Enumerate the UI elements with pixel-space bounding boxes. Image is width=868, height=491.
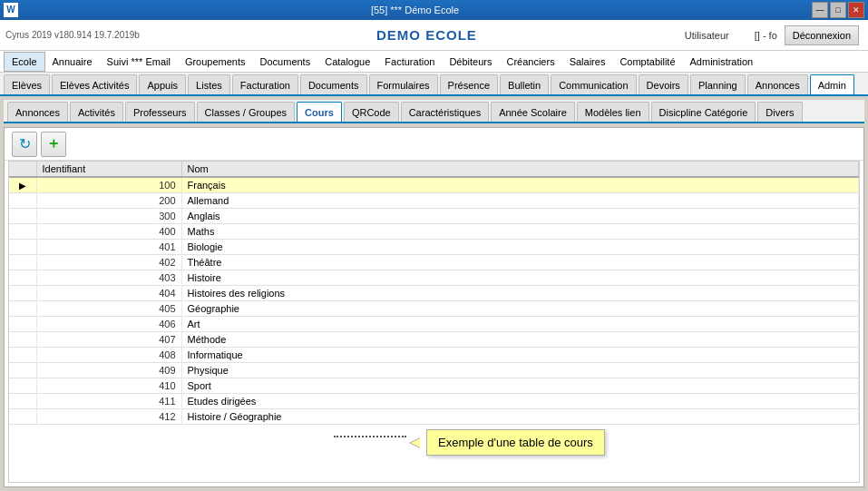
table-row[interactable]: ▶100Français [9, 177, 859, 193]
close-button[interactable]: ✕ [848, 2, 864, 18]
tab1-appuis[interactable]: Appuis [139, 74, 186, 94]
tab1-listes[interactable]: Listes [188, 74, 230, 94]
tab1-facturation[interactable]: Facturation [232, 74, 298, 94]
menu-item-ecole[interactable]: Ecole [4, 52, 45, 72]
cell-id: 407 [36, 332, 181, 348]
refresh-button[interactable]: ↻ [12, 132, 37, 157]
data-table: Identifiant Nom ▶100Français200Allemand3… [9, 162, 859, 425]
cell-nom: Informatique [181, 348, 859, 363]
table-row[interactable]: 412Histoire / Géographie [9, 409, 859, 425]
tab2-qrcode[interactable]: QRCode [344, 102, 399, 122]
tab1-formulaires[interactable]: Formulaires [369, 74, 438, 94]
table-row[interactable]: 200Allemand [9, 193, 859, 209]
header-bar: Cyrus 2019 v180.914 19.7.2019b DEMO ECOL… [0, 20, 868, 51]
tab1-elèves-activités[interactable]: Elèves Activités [52, 74, 137, 94]
user-label: Utilisateur [685, 30, 729, 41]
tooltip-line [334, 436, 406, 437]
cell-nom: Géographie [181, 301, 859, 317]
cell-nom: Histoires des religions [181, 286, 859, 301]
tab2-classes-/-groupes[interactable]: Classes / Groupes [197, 102, 295, 122]
cell-nom: Physique [181, 363, 859, 378]
table-row[interactable]: 409Physique [9, 363, 859, 378]
add-button[interactable]: ＋ [41, 132, 66, 157]
window-controls: — □ ✕ [812, 2, 864, 18]
tab1-admin[interactable]: Admin [810, 74, 854, 94]
tab1-présence[interactable]: Présence [440, 74, 498, 94]
tooltip-box: Exemple d'une table de cours [426, 429, 605, 456]
menu-item-groupements[interactable]: Groupements [178, 52, 253, 72]
tooltip-arrow [409, 437, 420, 448]
menu-item-salaires[interactable]: Salaires [562, 52, 613, 72]
table-row[interactable]: 402Théâtre [9, 255, 859, 270]
tab1-annonces[interactable]: Annonces [747, 74, 808, 94]
table-row[interactable]: 406Art [9, 317, 859, 332]
cell-id: 200 [36, 193, 181, 209]
tab1-planning[interactable]: Planning [690, 74, 746, 94]
tab2-année-scolaire[interactable]: Année Scolaire [491, 102, 575, 122]
tab2-divers[interactable]: Divers [757, 102, 802, 122]
table-row[interactable]: 410Sport [9, 378, 859, 394]
table-row[interactable]: 407Méthode [9, 332, 859, 348]
table-row[interactable]: 408Informatique [9, 348, 859, 363]
tab1-elèves[interactable]: Elèves [4, 74, 50, 94]
col-header-nom: Nom [181, 162, 859, 177]
minimize-button[interactable]: — [812, 2, 828, 18]
cell-id: 409 [36, 363, 181, 378]
cell-nom: Etudes dirigées [181, 394, 859, 409]
tab2-annonces[interactable]: Annonces [7, 102, 68, 122]
table-container[interactable]: Identifiant Nom ▶100Français200Allemand3… [8, 161, 860, 483]
cell-id: 403 [36, 270, 181, 286]
menu-item-annuaire[interactable]: Annuaire [45, 52, 100, 72]
table-row[interactable]: 403Histoire [9, 270, 859, 286]
cell-nom: Histoire / Géographie [181, 409, 859, 425]
cell-id: 404 [36, 286, 181, 301]
user-area: Utilisateur [] - fo Déconnexion [685, 25, 859, 45]
cell-id: 411 [36, 394, 181, 409]
tab1-bulletin[interactable]: Bulletin [500, 74, 549, 94]
cell-id: 410 [36, 378, 181, 394]
cell-nom: Art [181, 317, 859, 332]
cell-id: 408 [36, 348, 181, 363]
tab1-documents[interactable]: Documents [300, 74, 367, 94]
cell-nom: Anglais [181, 209, 859, 224]
tab2-professeurs[interactable]: Professeurs [125, 102, 195, 122]
menu-item-suivi-***-email[interactable]: Suivi *** Email [100, 52, 178, 72]
tab1-communication[interactable]: Communication [551, 74, 636, 94]
menu-item-comptabilité[interactable]: Comptabilité [612, 52, 682, 72]
tab-bar-2: AnnoncesActivitésProfesseursClasses / Gr… [4, 100, 864, 123]
cell-nom: Histoire [181, 270, 859, 286]
cell-nom: Théâtre [181, 255, 859, 270]
tab2-caractéristiques[interactable]: Caractéristiques [401, 102, 489, 122]
tab1-devoirs[interactable]: Devoirs [639, 74, 688, 94]
toolbar: ↻ ＋ [5, 128, 863, 161]
title-bar: W [55] *** Démo Ecole — □ ✕ [0, 0, 868, 20]
deconnect-button[interactable]: Déconnexion [785, 25, 859, 45]
table-row[interactable]: 300Anglais [9, 209, 859, 224]
inner-panel: ↻ ＋ Identifiant Nom ▶100Français200Allem… [4, 127, 864, 487]
cell-id: 406 [36, 317, 181, 332]
tab2-disicpline-catégorie[interactable]: Disicpline Catégorie [651, 102, 756, 122]
menu-item-facturation[interactable]: Facturation [377, 52, 442, 72]
table-row[interactable]: 400Maths [9, 224, 859, 240]
cell-id: 405 [36, 301, 181, 317]
menu-item-catalogue[interactable]: Catalogue [317, 52, 377, 72]
table-row[interactable]: 401Biologie [9, 240, 859, 255]
menu-item-débiteurs[interactable]: Débiteurs [442, 52, 499, 72]
menu-bar: EcoleAnnuaireSuivi *** EmailGroupementsD… [0, 51, 868, 73]
tab-bar-1: ElèvesElèves ActivitésAppuisListesFactur… [0, 73, 868, 96]
menu-item-administration[interactable]: Administration [683, 52, 761, 72]
cell-nom: Maths [181, 224, 859, 240]
tab2-cours[interactable]: Cours [297, 102, 342, 122]
restore-button[interactable]: □ [830, 2, 846, 18]
cell-nom: Méthode [181, 332, 859, 348]
tab2-activités[interactable]: Activités [70, 102, 123, 122]
tab2-modèles-lien[interactable]: Modèles lien [577, 102, 649, 122]
menu-item-documents[interactable]: Documents [253, 52, 318, 72]
cell-id: 401 [36, 240, 181, 255]
cell-nom: Biologie [181, 240, 859, 255]
table-row[interactable]: 411Etudes dirigées [9, 394, 859, 409]
table-row[interactable]: 404Histoires des religions [9, 286, 859, 301]
table-row[interactable]: 405Géographie [9, 301, 859, 317]
menu-item-créanciers[interactable]: Créanciers [499, 52, 561, 72]
app-icon: W [4, 3, 18, 17]
